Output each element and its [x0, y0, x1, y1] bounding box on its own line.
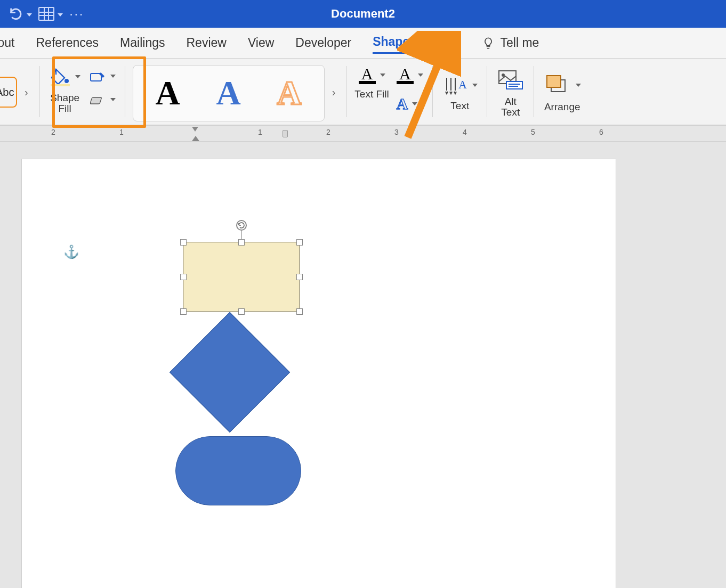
shape-styles-group: Abc ›	[0, 59, 40, 125]
resize-handle-mr[interactable]	[296, 274, 303, 280]
chevron-down-icon	[418, 74, 423, 77]
svg-point-0	[64, 79, 69, 83]
chevron-down-icon	[26, 9, 32, 19]
tab-references[interactable]: References	[36, 34, 99, 52]
text-fill-group: A Text Fill A A	[347, 59, 432, 125]
resize-handle-tr[interactable]	[296, 239, 303, 246]
ruler-mark: 3	[394, 128, 399, 136]
arrange-group: Arrange	[534, 59, 591, 125]
alt-text-button[interactable]	[495, 67, 527, 94]
shape-effects-icon	[90, 94, 106, 105]
text-effects-button[interactable]: A	[394, 94, 425, 114]
resize-handle-ml[interactable]	[180, 274, 187, 280]
tab-view[interactable]: View	[248, 34, 274, 52]
ribbon-tabs: yout References Mailings Review View Dev…	[0, 28, 726, 59]
wordart-more-button[interactable]: ›	[325, 86, 340, 99]
tell-me-search[interactable]: Tell me	[481, 36, 539, 50]
ruler-tab-stop[interactable]	[283, 130, 288, 137]
text-direction-button[interactable]: A	[440, 72, 480, 98]
wordart-preset-blue[interactable]: A	[216, 74, 241, 113]
ruler-mark: 6	[599, 128, 603, 136]
chevron-down-icon	[380, 74, 385, 77]
resize-handle-bl[interactable]	[180, 308, 187, 315]
text-outline-color-bar	[397, 81, 414, 84]
rotate-icon	[237, 221, 246, 230]
text-outline-icon: A	[399, 66, 411, 82]
ruler-mark: 1	[119, 128, 124, 136]
ruler-mark: 2	[51, 128, 55, 136]
text-fill-icon: A	[361, 66, 373, 82]
svg-rect-7	[506, 81, 522, 89]
svg-point-6	[502, 74, 505, 77]
arrange-button[interactable]	[542, 71, 583, 99]
svg-rect-1	[51, 84, 70, 86]
wordart-preset-black[interactable]: A	[156, 74, 180, 113]
shape-effects-button[interactable]	[88, 92, 118, 108]
ribbon: Abc › Shape Fill	[0, 59, 726, 126]
wordart-styles-group: A A A ›	[125, 59, 348, 125]
chevron-down-icon	[110, 98, 116, 101]
undo-button[interactable]	[5, 4, 35, 23]
tab-mailings[interactable]: Mailings	[120, 34, 165, 52]
tab-layout[interactable]: yout	[0, 34, 14, 52]
ruler-mark: 2	[326, 128, 330, 136]
page[interactable]: ⚓	[21, 159, 616, 588]
shape-outline-button[interactable]	[88, 68, 118, 84]
svg-rect-11	[547, 76, 561, 87]
anchor-icon: ⚓	[63, 244, 79, 259]
shape-fill-group: Shape Fill	[40, 59, 125, 125]
horizontal-ruler[interactable]: 2 1 1 2 3 4 5 6	[0, 126, 726, 142]
table-grid-icon	[38, 7, 54, 21]
ruler-first-line-indent[interactable]	[192, 127, 198, 132]
wordart-gallery[interactable]: A A A	[133, 65, 325, 121]
shape-fill-button[interactable]	[47, 65, 83, 88]
text-group: A Text	[433, 59, 487, 125]
text-fill-label: Text Fill	[354, 88, 389, 100]
chevron-down-icon	[110, 75, 116, 78]
resize-handle-tl[interactable]	[180, 239, 187, 246]
titlebar: ··· Document2	[0, 0, 726, 28]
resize-handle-tm[interactable]	[238, 239, 245, 246]
pen-outline-icon	[90, 70, 106, 82]
table-grid-button[interactable]	[35, 5, 66, 23]
text-fill-color-bar	[359, 81, 376, 84]
ruler-mark: 1	[258, 128, 262, 136]
svg-rect-3	[90, 97, 102, 104]
chevron-down-icon	[57, 9, 63, 19]
paint-bucket-icon	[50, 67, 71, 86]
ruler-mark: 5	[531, 128, 535, 136]
chevron-down-icon	[472, 84, 478, 87]
shape-rounded-rectangle[interactable]	[175, 436, 301, 505]
arrange-label: Arrange	[544, 101, 580, 113]
text-direction-icon: A	[442, 75, 468, 96]
wordart-preset-outline[interactable]: A	[277, 74, 302, 113]
rotation-handle[interactable]	[236, 220, 247, 231]
ruler-mark: 4	[463, 128, 467, 136]
text-outline-button[interactable]: A	[394, 64, 425, 86]
resize-handle-bm[interactable]	[238, 308, 245, 315]
shape-fill-label: Shape Fill	[50, 93, 79, 114]
resize-handle-br[interactable]	[296, 308, 303, 315]
shape-styles-more-button[interactable]: ›	[17, 86, 33, 99]
tab-developer[interactable]: Developer	[295, 34, 351, 52]
text-effects-icon: A	[397, 96, 408, 112]
alt-text-label: Alt Text	[501, 96, 520, 118]
document-canvas[interactable]: ⚓	[0, 142, 726, 588]
svg-rect-2	[91, 74, 101, 81]
text-fill-button[interactable]: A	[357, 64, 388, 86]
arrange-icon	[544, 74, 571, 97]
chevron-down-icon	[412, 102, 417, 105]
shape-style-preset-label: Abc	[0, 86, 14, 99]
text-group-label: Text	[450, 100, 469, 112]
tell-me-label: Tell me	[501, 36, 539, 50]
more-commands-button[interactable]: ···	[66, 6, 87, 22]
ruler-hanging-indent[interactable]	[192, 136, 199, 141]
svg-text:A: A	[458, 78, 467, 91]
lightbulb-icon	[481, 36, 495, 50]
shape-diamond[interactable]	[170, 312, 290, 432]
tab-shape-format[interactable]: Shape Format	[373, 32, 454, 54]
shape-rectangle-selected[interactable]	[183, 242, 300, 312]
tab-review[interactable]: Review	[186, 34, 226, 52]
shape-style-preset[interactable]: Abc	[0, 77, 17, 108]
chevron-down-icon	[576, 84, 581, 87]
